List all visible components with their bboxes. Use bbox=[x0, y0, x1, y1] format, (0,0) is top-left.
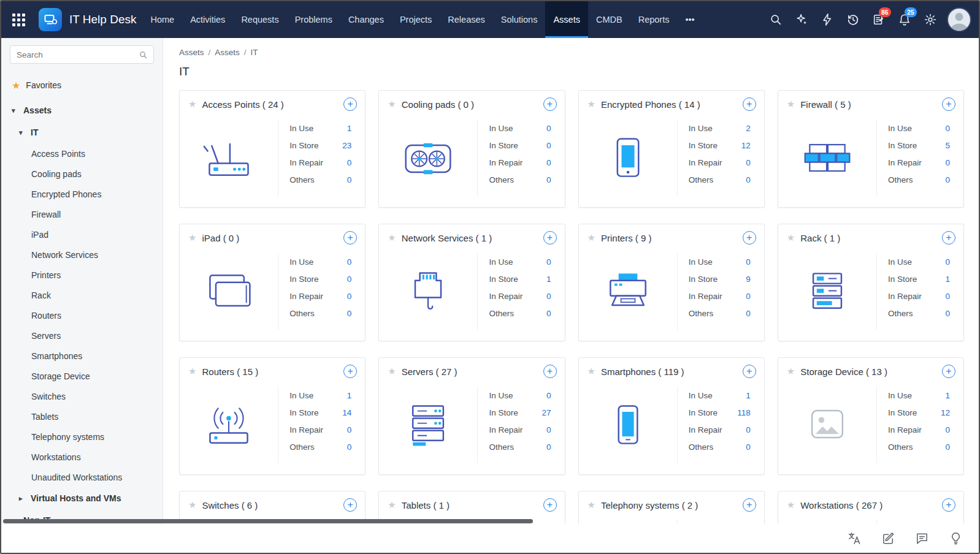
stat-value[interactable]: 1 bbox=[347, 123, 352, 134]
stat-value[interactable]: 0 bbox=[945, 425, 950, 435]
stat-value[interactable]: 0 bbox=[347, 291, 352, 302]
stat-value[interactable]: 0 bbox=[945, 291, 950, 302]
stat-value[interactable]: 23 bbox=[342, 140, 351, 151]
sidebar-node-it[interactable]: ▾ IT bbox=[1, 121, 163, 143]
nav-item[interactable]: Projects bbox=[392, 1, 440, 38]
stat-value[interactable]: 0 bbox=[746, 308, 751, 319]
add-asset-button[interactable]: + bbox=[543, 365, 557, 378]
favorite-star-icon[interactable]: ★ bbox=[787, 366, 795, 377]
stat-value[interactable]: 0 bbox=[945, 157, 950, 168]
sidebar-item[interactable]: Rack bbox=[1, 285, 163, 305]
tasks-count-badge[interactable]: 86 bbox=[879, 7, 891, 17]
favorite-star-icon[interactable]: ★ bbox=[588, 499, 595, 510]
stat-value[interactable]: 0 bbox=[746, 291, 751, 302]
card-title[interactable]: Telephony systems ( 2 ) bbox=[601, 500, 698, 510]
add-asset-button[interactable]: + bbox=[942, 97, 955, 111]
sidebar-item-favorites[interactable]: ★ Favorites bbox=[1, 74, 163, 97]
add-asset-button[interactable]: + bbox=[543, 97, 557, 111]
nav-item[interactable]: Requests bbox=[233, 1, 286, 38]
favorite-star-icon[interactable]: ★ bbox=[188, 99, 196, 110]
add-asset-button[interactable]: + bbox=[543, 498, 557, 512]
add-asset-button[interactable]: + bbox=[343, 365, 357, 378]
pending-tasks-button[interactable]: 86 bbox=[868, 9, 889, 30]
stat-value[interactable]: 0 bbox=[347, 157, 352, 168]
breadcrumb-item[interactable]: Assets bbox=[179, 48, 204, 57]
stat-value[interactable]: 0 bbox=[347, 257, 352, 267]
stat-value[interactable]: 0 bbox=[546, 140, 551, 151]
nav-item[interactable]: ••• bbox=[677, 1, 702, 38]
card-title[interactable]: Smartphones ( 119 ) bbox=[601, 366, 684, 377]
stat-value[interactable]: 0 bbox=[746, 425, 751, 435]
card-title[interactable]: Encrypted Phones ( 14 ) bbox=[601, 99, 700, 110]
breadcrumb-item[interactable]: Assets bbox=[215, 48, 240, 57]
app-grid-icon[interactable] bbox=[12, 13, 25, 26]
stat-value[interactable]: 0 bbox=[546, 257, 551, 267]
nav-item[interactable]: Solutions bbox=[493, 1, 546, 38]
sidebar-item[interactable]: iPad bbox=[1, 224, 163, 245]
stat-value[interactable]: 9 bbox=[746, 274, 751, 284]
nav-item[interactable]: Changes bbox=[340, 1, 392, 38]
add-asset-button[interactable]: + bbox=[743, 231, 756, 245]
favorite-star-icon[interactable]: ★ bbox=[588, 232, 595, 243]
sidebar-node-assets[interactable]: ▾ Assets bbox=[1, 99, 163, 121]
favorite-star-icon[interactable]: ★ bbox=[388, 232, 396, 243]
favorite-star-icon[interactable]: ★ bbox=[588, 366, 595, 377]
sidebar-item[interactable]: Switches bbox=[1, 386, 163, 406]
chat-button[interactable] bbox=[915, 531, 929, 545]
stat-value[interactable]: 0 bbox=[546, 442, 551, 452]
stat-value[interactable]: 0 bbox=[347, 442, 352, 452]
stat-value[interactable]: 0 bbox=[945, 308, 950, 319]
add-asset-button[interactable]: + bbox=[743, 97, 756, 111]
sidebar-item[interactable]: Unaudited Workstations bbox=[1, 467, 163, 487]
add-asset-button[interactable]: + bbox=[942, 365, 955, 378]
add-asset-button[interactable]: + bbox=[343, 97, 357, 111]
stat-value[interactable]: 0 bbox=[347, 175, 352, 185]
stat-value[interactable]: 0 bbox=[546, 175, 551, 185]
favorite-star-icon[interactable]: ★ bbox=[188, 366, 196, 377]
card-title[interactable]: Printers ( 9 ) bbox=[601, 233, 652, 243]
chevron-down-icon[interactable]: ▾ bbox=[19, 129, 26, 137]
card-title[interactable]: Workstations ( 267 ) bbox=[800, 500, 882, 510]
stat-value[interactable]: 27 bbox=[542, 408, 551, 418]
favorite-star-icon[interactable]: ★ bbox=[188, 232, 196, 243]
favorite-star-icon[interactable]: ★ bbox=[787, 499, 795, 510]
card-title[interactable]: Firewall ( 5 ) bbox=[800, 99, 851, 110]
stat-value[interactable]: 0 bbox=[546, 291, 551, 302]
stat-value[interactable]: 5 bbox=[945, 140, 950, 151]
stat-value[interactable]: 0 bbox=[746, 175, 751, 185]
stat-value[interactable]: 1 bbox=[945, 274, 950, 284]
sidebar-node-virtual-hosts[interactable]: ▸ Virtual Hosts and VMs bbox=[1, 487, 163, 509]
favorite-star-icon[interactable]: ★ bbox=[787, 232, 795, 243]
horizontal-scrollbar[interactable] bbox=[3, 519, 533, 523]
translate-button[interactable] bbox=[848, 531, 862, 545]
stat-value[interactable]: 0 bbox=[347, 308, 352, 319]
card-title[interactable]: Storage Device ( 13 ) bbox=[800, 366, 887, 377]
stat-value[interactable]: 12 bbox=[741, 140, 751, 151]
card-title[interactable]: Routers ( 15 ) bbox=[202, 366, 258, 377]
quick-actions-button[interactable] bbox=[791, 9, 811, 30]
stat-value[interactable]: 0 bbox=[945, 442, 950, 452]
add-asset-button[interactable]: + bbox=[942, 498, 955, 512]
sidebar-item[interactable]: Routers bbox=[1, 305, 163, 325]
stat-value[interactable]: 14 bbox=[342, 408, 351, 418]
sidebar-search-input[interactable] bbox=[17, 50, 139, 59]
nav-item[interactable]: Releases bbox=[440, 1, 492, 38]
stat-value[interactable]: 1 bbox=[347, 390, 352, 401]
app-logo[interactable] bbox=[39, 8, 62, 31]
sidebar-item[interactable]: Servers bbox=[1, 325, 163, 346]
card-title[interactable]: Network Services ( 1 ) bbox=[402, 233, 492, 243]
stat-value[interactable]: 1 bbox=[546, 274, 551, 284]
stat-value[interactable]: 0 bbox=[546, 123, 551, 134]
chevron-down-icon[interactable]: ▾ bbox=[12, 107, 19, 115]
stat-value[interactable]: 0 bbox=[546, 308, 551, 319]
sidebar-item[interactable]: Storage Device bbox=[1, 366, 163, 386]
notifications-button[interactable]: 25 bbox=[894, 9, 914, 30]
chevron-right-icon[interactable]: ▸ bbox=[19, 495, 26, 503]
card-title[interactable]: Servers ( 27 ) bbox=[402, 366, 457, 377]
stat-value[interactable]: 12 bbox=[941, 408, 950, 418]
smart-assist-button[interactable] bbox=[949, 531, 963, 545]
stat-value[interactable]: 0 bbox=[347, 425, 352, 435]
stat-value[interactable]: 0 bbox=[546, 425, 551, 435]
add-asset-button[interactable]: + bbox=[543, 231, 557, 245]
stat-value[interactable]: 0 bbox=[347, 274, 352, 284]
